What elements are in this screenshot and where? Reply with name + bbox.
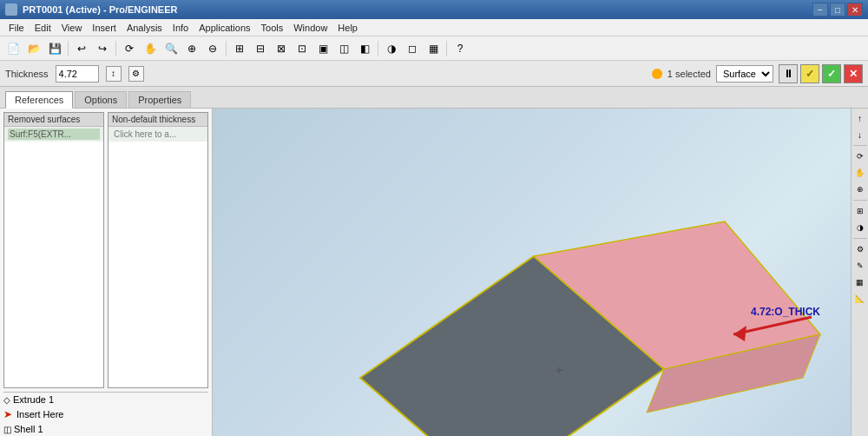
toolbar-view3[interactable]: ⊠ xyxy=(272,39,291,58)
right-btn-2[interactable]: ↓ xyxy=(852,127,868,142)
toolbar-redo[interactable]: ↪ xyxy=(93,39,112,58)
removed-surfaces-table: Removed surfaces Surf:F5(EXTR... xyxy=(3,112,104,388)
right-toolbar: ↑ ↓ ⟳ ✋ ⊕ ⊞ ◑ ⚙ ✎ ▦ 📐 xyxy=(851,109,868,436)
right-btn-view[interactable]: ⊞ xyxy=(852,203,868,219)
right-btn-settings[interactable]: ⚙ xyxy=(852,241,868,257)
toolbar-help[interactable]: ? xyxy=(450,39,470,58)
non-default-thickness-content: Click here to a... xyxy=(108,127,207,142)
toolbar-save[interactable]: 💾 xyxy=(45,39,64,58)
surface-dropdown[interactable]: Surface xyxy=(716,65,773,83)
toolbar-sep-3 xyxy=(226,41,227,56)
shell-icon: ◫ xyxy=(3,425,11,434)
toolbar-sep-2 xyxy=(115,41,116,56)
right-btn-layer[interactable]: ▦ xyxy=(852,274,868,290)
toolbar-zoom[interactable]: 🔍 xyxy=(161,39,181,58)
toolbar-sep-5 xyxy=(446,41,447,56)
shell-label: Shell 1 xyxy=(14,424,43,434)
right-btn-shade[interactable]: ◑ xyxy=(852,220,868,235)
menu-view[interactable]: View xyxy=(56,21,88,35)
options-bar: Thickness ↕ ⚙ 1 selected Surface ⏸ ✓ ✓ ✕ xyxy=(0,61,868,87)
maximize-button[interactable]: □ xyxy=(830,3,845,17)
toolbar-pan[interactable]: ✋ xyxy=(141,39,160,58)
selected-count: 1 selected xyxy=(667,69,711,79)
right-btn-edit[interactable]: ✎ xyxy=(852,258,868,274)
toolbar-undo[interactable]: ↩ xyxy=(72,39,91,58)
tree-item-extrude[interactable]: ◇ Extrude 1 xyxy=(0,393,212,406)
menu-edit[interactable]: Edit xyxy=(30,21,56,35)
thickness-btn2[interactable]: ⚙ xyxy=(128,66,144,82)
model-tree: ◇ Extrude 1 ➤ Insert Here ◫ Shell 1 xyxy=(0,393,212,436)
toolbar-wire[interactable]: ◻ xyxy=(403,39,422,58)
minimize-button[interactable]: − xyxy=(812,3,828,17)
right-sep-1 xyxy=(853,145,867,146)
toolbar-open[interactable]: 📂 xyxy=(24,39,43,58)
tree-item-insert[interactable]: ➤ Insert Here xyxy=(0,406,212,422)
toolbar-view4[interactable]: ⊡ xyxy=(293,39,312,58)
menu-info[interactable]: Info xyxy=(168,21,194,35)
menu-tools[interactable]: Tools xyxy=(256,21,289,35)
tab-references[interactable]: References xyxy=(5,91,73,109)
right-btn-measure[interactable]: 📐 xyxy=(852,291,868,307)
surface-item[interactable]: Surf:F5(EXTR... xyxy=(8,129,100,140)
extrude-label: Extrude 1 xyxy=(13,394,54,405)
insert-arrow-icon: ➤ xyxy=(3,408,12,420)
confirm-buttons: ⏸ ✓ ✓ ✕ xyxy=(779,64,863,83)
thickness-item[interactable]: Click here to a... xyxy=(112,129,204,140)
toolbar-shade[interactable]: ◑ xyxy=(382,39,401,58)
menu-analysis[interactable]: Analysis xyxy=(122,21,168,35)
thickness-input[interactable] xyxy=(56,65,99,83)
toolbar-display[interactable]: ▦ xyxy=(424,39,443,58)
viewport[interactable]: 4.72:O_THICK ✛ xyxy=(213,109,851,436)
cancel-red-button[interactable]: ✕ xyxy=(844,64,863,83)
cursor-icon: ✛ xyxy=(556,366,562,375)
menu-insert[interactable]: Insert xyxy=(87,21,122,35)
removed-surfaces-header: Removed surfaces xyxy=(4,113,103,127)
annotation-text: 4.72:O_THICK xyxy=(751,306,820,318)
left-panel: Removed surfaces Surf:F5(EXTR... Non-def… xyxy=(0,109,213,436)
thickness-btn1[interactable]: ↕ xyxy=(106,66,122,82)
tree-item-shell[interactable]: ◫ Shell 1 xyxy=(0,422,212,436)
menu-help[interactable]: Help xyxy=(332,21,363,35)
menu-bar: File Edit View Insert Analysis Info Appl… xyxy=(0,19,868,36)
right-btn-zoom[interactable]: ⊕ xyxy=(852,182,868,197)
toolbar-view7[interactable]: ◧ xyxy=(355,39,374,58)
toolbar-sep-1 xyxy=(68,41,69,56)
window-title: PRT0001 (Active) - Pro/ENGINEER xyxy=(23,4,178,15)
options-right: 1 selected Surface ⏸ ✓ ✓ ✕ xyxy=(652,64,863,83)
thickness-label: Thickness xyxy=(5,69,49,79)
toolbar-zoom-out[interactable]: ⊖ xyxy=(203,39,222,58)
toolbar-zoom-in[interactable]: ⊕ xyxy=(182,39,201,58)
tabs-bar: References Options Properties xyxy=(0,87,868,109)
right-btn-pan[interactable]: ✋ xyxy=(852,165,868,181)
tab-options[interactable]: Options xyxy=(75,91,127,108)
removed-surfaces-content: Surf:F5(EXTR... xyxy=(4,127,103,142)
toolbar-view5[interactable]: ▣ xyxy=(313,39,332,58)
app-icon xyxy=(5,3,17,16)
pause-button[interactable]: ⏸ xyxy=(779,64,798,83)
right-btn-rotate[interactable]: ⟳ xyxy=(852,149,868,164)
toolbar-view6[interactable]: ◫ xyxy=(334,39,353,58)
warning-icon xyxy=(652,69,662,79)
check-green-button[interactable]: ✓ xyxy=(822,64,841,83)
toolbar-view1[interactable]: ⊞ xyxy=(230,39,249,58)
panel-tables: Removed surfaces Surf:F5(EXTR... Non-def… xyxy=(0,109,212,392)
main-toolbar: 📄 📂 💾 ↩ ↪ ⟳ ✋ 🔍 ⊕ ⊖ ⊞ ⊟ ⊠ ⊡ ▣ ◫ ◧ ◑ ◻ ▦ … xyxy=(0,36,868,61)
check-yellow-button[interactable]: ✓ xyxy=(800,64,819,83)
main-content: Removed surfaces Surf:F5(EXTR... Non-def… xyxy=(0,109,868,436)
non-default-thickness-table: Non-default thickness Click here to a... xyxy=(108,112,208,388)
extrude-icon: ◇ xyxy=(3,395,10,405)
menu-applications[interactable]: Applications xyxy=(194,21,255,35)
tab-properties[interactable]: Properties xyxy=(128,91,191,108)
toolbar-view2[interactable]: ⊟ xyxy=(251,39,270,58)
close-button[interactable]: ✕ xyxy=(847,3,863,17)
right-sep-3 xyxy=(853,238,867,239)
toolbar-rotate[interactable]: ⟳ xyxy=(120,39,139,58)
insert-label: Insert Here xyxy=(16,409,63,419)
toolbar-new[interactable]: 📄 xyxy=(3,39,23,58)
right-sep-2 xyxy=(853,200,867,201)
menu-window[interactable]: Window xyxy=(288,21,332,35)
title-bar: PRT0001 (Active) - Pro/ENGINEER − □ ✕ xyxy=(0,0,868,19)
right-btn-1[interactable]: ↑ xyxy=(852,110,868,126)
viewport-svg: 4.72:O_THICK ✛ xyxy=(213,109,851,436)
menu-file[interactable]: File xyxy=(3,21,30,35)
